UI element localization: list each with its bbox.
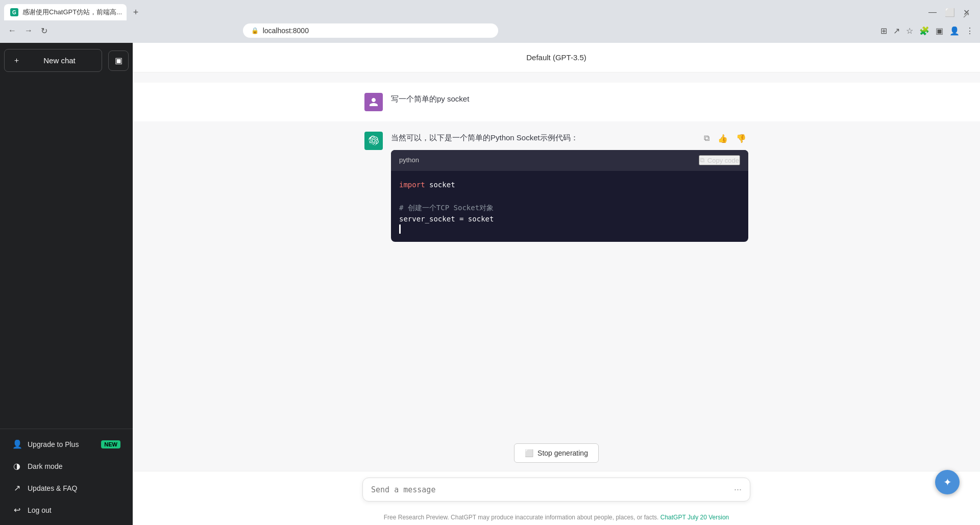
translate-icon[interactable]: ⊞ xyxy=(880,26,887,36)
assistant-message-wrapper: 当然可以，以下是一个简单的Python Socket示例代码： python ⧉… xyxy=(133,121,980,252)
stop-area: ⬜ Stop generating xyxy=(133,435,980,471)
code-header: python ⧉ Copy code xyxy=(391,150,748,171)
tab-bar: G 感谢使用ChatGPT仿站，前端高... ✕ + — ⬜ ✕ xyxy=(0,0,980,20)
toolbar-icons: ⊞ ↗ ☆ 🧩 ▣ 👤 ⋮ xyxy=(880,26,974,36)
forward-button[interactable]: → xyxy=(22,24,35,37)
maximize-button[interactable]: ⬜ xyxy=(943,6,957,19)
menu-icon[interactable]: ⋮ xyxy=(966,26,974,36)
reload-button[interactable]: ↻ xyxy=(39,24,50,38)
disclaimer: Free Research Preview. ChatGPT may produ… xyxy=(133,512,980,525)
copy-icon: ⧉ xyxy=(700,156,704,164)
thumbs-up-icon[interactable]: 👍 xyxy=(716,132,730,145)
stop-icon: ⬜ xyxy=(525,449,533,457)
code-line-1: import socket xyxy=(399,179,740,190)
logout-icon: ↩ xyxy=(12,505,21,515)
address-bar: ← → ↻ 🔒 localhost:8000 ⊞ ↗ ☆ 🧩 ▣ 👤 ⋮ xyxy=(0,20,980,43)
copy-code-button[interactable]: ⧉ Copy code xyxy=(699,155,740,165)
active-tab[interactable]: G 感谢使用ChatGPT仿站，前端高... ✕ xyxy=(4,4,127,20)
extension-icon[interactable]: 🧩 xyxy=(919,26,929,36)
address-input[interactable]: 🔒 localhost:8000 xyxy=(243,23,498,38)
thumbs-down-icon[interactable]: 👎 xyxy=(734,132,748,145)
message-actions: ⧉ 👍 👎 xyxy=(702,132,748,145)
new-badge: NEW xyxy=(101,440,120,448)
input-options-icon[interactable]: ··· xyxy=(734,484,742,495)
user-message-text: 写一个简单的py socket xyxy=(391,93,748,105)
input-area: ··· xyxy=(133,471,980,512)
text-cursor xyxy=(399,224,401,234)
floating-icon: ✦ xyxy=(943,476,952,488)
input-wrapper: ··· xyxy=(362,478,750,502)
tab-title: 感谢使用ChatGPT仿站，前端高... xyxy=(22,8,122,17)
share-icon[interactable]: ↗ xyxy=(893,26,900,36)
disclaimer-text: Free Research Preview. ChatGPT may produ… xyxy=(384,514,660,521)
sidebar-item-upgrade[interactable]: 👤 Upgrade to Plus NEW xyxy=(4,433,129,455)
back-button[interactable]: ← xyxy=(6,24,18,37)
copy-message-icon[interactable]: ⧉ xyxy=(702,132,712,145)
app: ＋ New chat ▣ 👤 Upgrade to Plus NEW ◑ Dar… xyxy=(0,43,980,525)
message-input[interactable] xyxy=(371,485,730,494)
user-message-wrapper: 写一个简单的py socket xyxy=(133,83,980,121)
code-language-label: python xyxy=(399,155,419,166)
code-content: import socket # 创建一个TCP Socket对象 server_… xyxy=(391,171,748,242)
copy-label: Copy code xyxy=(707,157,739,164)
stop-generating-button[interactable]: ⬜ Stop generating xyxy=(514,443,599,463)
sidebar-toggle-button[interactable]: ▣ xyxy=(108,51,129,71)
stop-label: Stop generating xyxy=(537,449,588,457)
toggle-icon: ▣ xyxy=(115,56,122,65)
sidebar-top: ＋ New chat ▣ xyxy=(0,43,133,78)
code-block: python ⧉ Copy code import socket # 创建一个T… xyxy=(391,150,748,242)
assistant-message: 当然可以，以下是一个简单的Python Socket示例代码： python ⧉… xyxy=(352,121,761,252)
user-icon: 👤 xyxy=(12,439,21,449)
code-cursor-line xyxy=(399,224,740,234)
floating-action-button[interactable]: ✦ xyxy=(935,470,960,494)
chat-header: Default (GPT-3.5) ↗ xyxy=(133,43,980,72)
gpt-avatar xyxy=(364,132,383,150)
sidebar-icon[interactable]: ▣ xyxy=(936,26,943,36)
sidebar-item-logout[interactable]: ↩ Log out xyxy=(4,499,129,521)
bookmark-icon[interactable]: ☆ xyxy=(906,26,913,36)
new-tab-button[interactable]: + xyxy=(129,5,143,19)
upgrade-label: Upgrade to Plus xyxy=(28,440,79,448)
sidebar-bottom: 👤 Upgrade to Plus NEW ◑ Dark mode ↗ Upda… xyxy=(0,429,133,525)
darkmode-icon: ◑ xyxy=(12,461,21,471)
lock-icon: 🔒 xyxy=(251,27,259,34)
user-avatar xyxy=(364,93,383,111)
code-line-3: server_socket = socket xyxy=(399,213,740,224)
tab-favicon: G xyxy=(10,8,18,16)
sidebar-item-darkmode[interactable]: ◑ Dark mode xyxy=(4,455,129,477)
logout-label: Log out xyxy=(28,506,52,514)
chat-area[interactable]: 写一个简单的py socket 当然可以，以下是一个简单的Python Sock… xyxy=(133,72,980,435)
code-line-comment: # 创建一个TCP Socket对象 xyxy=(399,202,740,213)
new-chat-label: New chat xyxy=(26,56,93,65)
disclaimer-link[interactable]: ChatGPT July 20 Version xyxy=(660,514,729,521)
address-text: localhost:8000 xyxy=(263,27,309,35)
assistant-message-text: 当然可以，以下是一个简单的Python Socket示例代码： xyxy=(391,133,578,142)
browser-chrome: G 感谢使用ChatGPT仿站，前端高... ✕ + — ⬜ ✕ ← → ↻ 🔒… xyxy=(0,0,980,43)
darkmode-label: Dark mode xyxy=(28,462,62,470)
sidebar: ＋ New chat ▣ 👤 Upgrade to Plus NEW ◑ Dar… xyxy=(0,43,133,525)
code-line-blank xyxy=(399,190,740,202)
main-content: Default (GPT-3.5) ↗ 写一个简单的py socket xyxy=(133,43,980,525)
plus-icon: ＋ xyxy=(13,56,20,65)
new-chat-button[interactable]: ＋ New chat xyxy=(4,49,102,72)
sidebar-item-updates[interactable]: ↗ Updates & FAQ xyxy=(4,477,129,499)
external-link-icon: ↗ xyxy=(12,483,21,493)
user-message: 写一个简单的py socket xyxy=(352,83,761,121)
profile-icon[interactable]: 👤 xyxy=(949,26,960,36)
assistant-message-content: 当然可以，以下是一个简单的Python Socket示例代码： python ⧉… xyxy=(391,132,748,242)
chat-model-label: Default (GPT-3.5) xyxy=(526,53,586,62)
updates-label: Updates & FAQ xyxy=(28,484,77,492)
sidebar-header-row: ＋ New chat ▣ xyxy=(4,49,129,72)
minimize-button[interactable]: — xyxy=(926,6,939,19)
